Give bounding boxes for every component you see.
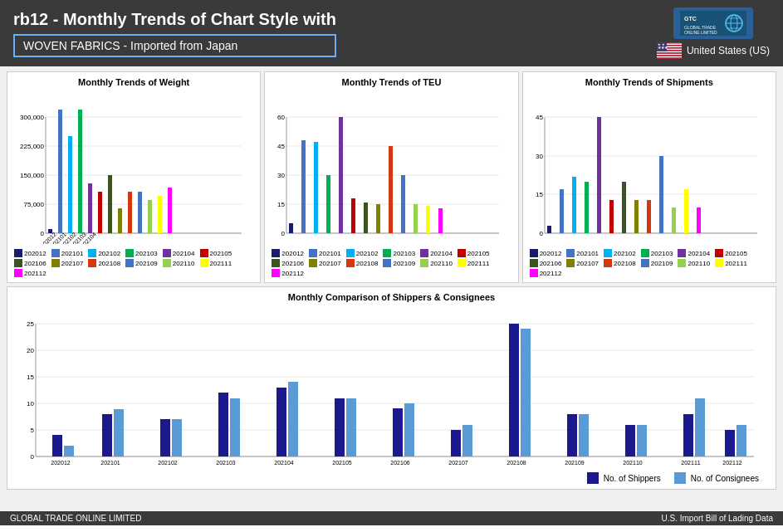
svg-rect-20 bbox=[657, 56, 682, 58]
svg-rect-123 bbox=[160, 419, 170, 456]
svg-text:225,000: 225,000 bbox=[20, 143, 44, 150]
consignees-legend-item: No. of Consignees bbox=[674, 472, 759, 484]
legend-item: 202102 bbox=[88, 249, 120, 257]
svg-rect-124 bbox=[172, 419, 182, 456]
legend-item: 202105 bbox=[200, 249, 232, 257]
svg-rect-38 bbox=[58, 110, 62, 233]
svg-rect-76 bbox=[401, 175, 405, 233]
footer: GLOBAL TRADE ONLINE LIMITED U.S. Import … bbox=[0, 511, 783, 525]
svg-text:300,000: 300,000 bbox=[20, 114, 44, 121]
legend-item: 202107 bbox=[309, 259, 341, 267]
shipments-legend: 202012 202101 202102 202103 202104 20210… bbox=[526, 247, 772, 279]
legend-item: 202110 bbox=[163, 259, 195, 267]
us-flag-icon: ★★★ ★ ★ bbox=[657, 42, 682, 59]
svg-text:25: 25 bbox=[27, 320, 34, 328]
svg-rect-68 bbox=[301, 140, 306, 233]
legend-item: 202111 bbox=[458, 259, 490, 267]
svg-rect-133 bbox=[346, 398, 356, 456]
svg-text:30: 30 bbox=[536, 153, 543, 160]
svg-rect-67 bbox=[289, 223, 293, 233]
svg-rect-43 bbox=[108, 175, 112, 233]
svg-text:202106: 202106 bbox=[390, 460, 409, 466]
svg-rect-154 bbox=[737, 425, 746, 456]
legend-item: 202107 bbox=[51, 259, 84, 267]
svg-rect-132 bbox=[335, 398, 345, 456]
svg-rect-144 bbox=[567, 414, 577, 456]
svg-rect-135 bbox=[393, 408, 403, 456]
svg-rect-94 bbox=[597, 117, 601, 233]
svg-rect-153 bbox=[725, 430, 735, 456]
svg-rect-90 bbox=[547, 226, 551, 233]
svg-rect-136 bbox=[404, 403, 414, 456]
svg-text:15: 15 bbox=[277, 201, 285, 208]
svg-text:202105: 202105 bbox=[332, 460, 351, 466]
svg-rect-72 bbox=[351, 198, 355, 233]
consignees-legend-label: No. of Consignees bbox=[691, 474, 759, 483]
svg-rect-17 bbox=[657, 52, 682, 54]
svg-rect-118 bbox=[64, 446, 74, 456]
legend-item: 202103 bbox=[125, 249, 158, 257]
svg-rect-42 bbox=[98, 192, 102, 233]
svg-text:150,000: 150,000 bbox=[20, 172, 44, 179]
header: rb12 - Monthly Trends of Chart Style wit… bbox=[0, 0, 783, 66]
svg-rect-16 bbox=[657, 51, 682, 53]
legend-item: 202109 bbox=[641, 259, 673, 267]
logo-box: GTC GLOBAL TRADE ONLINE LIMITED bbox=[673, 7, 753, 39]
svg-rect-100 bbox=[672, 207, 676, 233]
svg-text:10: 10 bbox=[27, 400, 34, 408]
svg-rect-97 bbox=[634, 200, 639, 233]
svg-text:★ ★: ★ ★ bbox=[658, 42, 665, 46]
svg-rect-141 bbox=[509, 324, 519, 456]
legend-item: 202103 bbox=[641, 249, 673, 257]
svg-text:5: 5 bbox=[31, 427, 35, 434]
legend-item: 202109 bbox=[383, 259, 415, 267]
svg-rect-70 bbox=[326, 175, 330, 233]
legend-item: 202111 bbox=[715, 259, 747, 267]
top-charts-row: Monthly Trends of Weight 0 75,000 150,00… bbox=[7, 71, 776, 283]
svg-rect-44 bbox=[118, 208, 122, 233]
subtitle-badge: WOVEN FABRICS - Imported from Japan bbox=[13, 34, 336, 57]
svg-rect-49 bbox=[168, 188, 172, 233]
svg-text:75,000: 75,000 bbox=[24, 201, 45, 208]
svg-text:202112: 202112 bbox=[722, 460, 741, 466]
svg-text:202103: 202103 bbox=[216, 460, 235, 466]
legend-item: 202108 bbox=[604, 259, 636, 267]
legend-item: 202106 bbox=[272, 259, 304, 267]
weight-chart-title: Monthly Trends of Weight bbox=[11, 77, 257, 87]
svg-text:202108: 202108 bbox=[507, 460, 526, 466]
teu-legend: 202012 202101 202102 202103 202104 20210… bbox=[268, 247, 514, 279]
weight-chart: 0 75,000 150,000 225,000 300,000 bbox=[11, 90, 243, 244]
svg-rect-95 bbox=[609, 200, 614, 233]
svg-rect-71 bbox=[339, 117, 343, 233]
legend-item: 202104 bbox=[163, 249, 195, 257]
svg-rect-18 bbox=[657, 54, 682, 56]
shipments-chart-panel: Monthly Trends of Shipments 0 15 30 45 bbox=[522, 71, 776, 283]
comparison-chart-title: Monthly Comparison of Shippers & Consign… bbox=[11, 292, 772, 302]
svg-text:202102: 202102 bbox=[158, 460, 177, 466]
legend-item: 202106 bbox=[530, 259, 562, 267]
svg-rect-96 bbox=[622, 182, 626, 233]
svg-rect-46 bbox=[138, 192, 142, 233]
footer-right: U.S. Import Bill of Lading Data bbox=[661, 514, 773, 523]
svg-rect-45 bbox=[128, 192, 132, 233]
legend-item: 202112 bbox=[14, 269, 46, 277]
svg-rect-101 bbox=[684, 189, 688, 233]
svg-rect-150 bbox=[683, 414, 693, 456]
svg-rect-74 bbox=[376, 204, 380, 233]
svg-text:202104: 202104 bbox=[274, 460, 293, 466]
svg-text:20: 20 bbox=[27, 347, 34, 354]
legend-item: 202105 bbox=[715, 249, 747, 257]
svg-text:202110: 202110 bbox=[623, 460, 642, 466]
svg-rect-129 bbox=[276, 388, 286, 456]
header-right: GTC GLOBAL TRADE ONLINE LIMITED bbox=[657, 7, 770, 59]
svg-text:202109: 202109 bbox=[565, 460, 584, 466]
legend-item: 202102 bbox=[604, 249, 636, 257]
teu-chart-title: Monthly Trends of TEU bbox=[268, 77, 514, 87]
legend-item: 202108 bbox=[88, 259, 120, 267]
legend-item: 202012 bbox=[272, 249, 304, 257]
svg-text:15: 15 bbox=[536, 191, 543, 198]
svg-rect-138 bbox=[451, 430, 461, 456]
svg-text:202111: 202111 bbox=[681, 460, 700, 466]
svg-text:GTC: GTC bbox=[684, 16, 697, 22]
svg-rect-117 bbox=[52, 435, 62, 456]
